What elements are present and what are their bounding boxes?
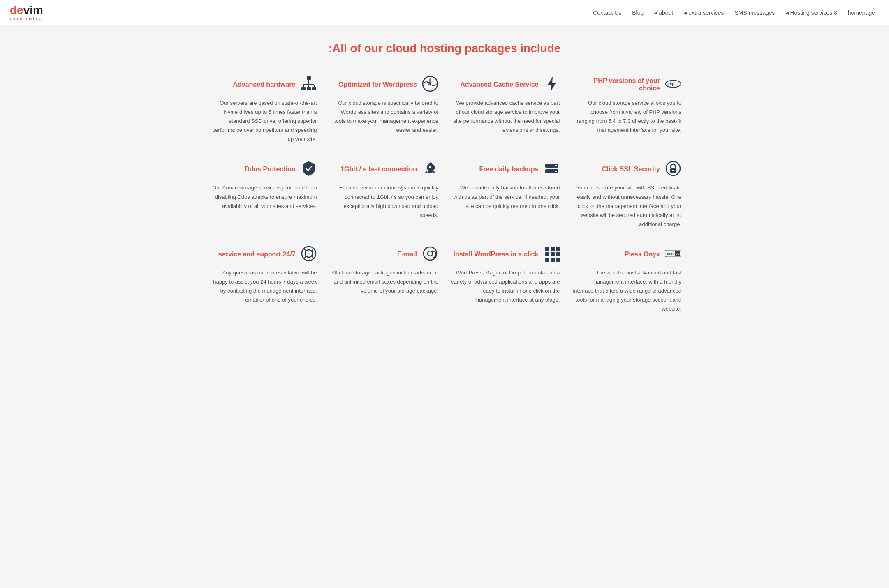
- feature-card: Advanced Cache Service We provide advanc…: [451, 76, 560, 144]
- svg-line-28: [303, 256, 306, 259]
- bolt-icon: [544, 76, 560, 94]
- svg-text:W: W: [427, 81, 432, 86]
- svg-rect-1: [301, 87, 306, 90]
- feature-card: Click SSL Security You can secure your s…: [572, 160, 682, 228]
- feature-title: Install WordPress in a click: [454, 251, 539, 258]
- wordpress-icon: W: [422, 76, 438, 94]
- svg-rect-36: [551, 252, 555, 256]
- feature-title: Free daily backups: [479, 166, 538, 173]
- svg-point-31: [428, 251, 433, 256]
- feature-header: E-mail: [397, 245, 438, 263]
- nav-link[interactable]: Blog: [628, 7, 648, 18]
- php-icon: php: [665, 76, 681, 94]
- feature-title: 1Gbit / s fast connection: [340, 166, 417, 173]
- feature-header: Click SSL Security: [602, 160, 681, 178]
- logo[interactable]: devim cloud hosting: [10, 5, 43, 21]
- page-title: :All of our cloud hosting packages inclu…: [208, 42, 681, 55]
- feature-desc: We provide advanced cache service as par…: [451, 99, 560, 135]
- feature-card: PHP versions of your choice php Our clou…: [572, 76, 682, 144]
- logo-subtitle: cloud hosting: [10, 16, 43, 21]
- feature-card: Free daily backups We provide daily back…: [451, 160, 560, 228]
- nav-link[interactable]: SMS messages: [731, 7, 779, 18]
- logo-text: devim: [10, 5, 43, 16]
- svg-text:plesk: plesk: [666, 252, 674, 256]
- feature-header: PHP versions of your choice php: [572, 76, 682, 94]
- svg-marker-12: [548, 77, 556, 91]
- feature-title: Plesk Onyx: [625, 251, 660, 258]
- feature-card: 1Gbit / s fast connection Each server in…: [329, 160, 439, 228]
- shield-icon: [301, 160, 317, 178]
- feature-header: Ddos Protection: [245, 160, 317, 178]
- feature-header: 1Gbit / s fast connection: [340, 160, 438, 178]
- svg-line-26: [303, 248, 306, 251]
- svg-point-19: [555, 165, 557, 166]
- plesk-icon: plesk ONYX: [665, 245, 681, 263]
- navbar: devim cloud hosting Contact UsBlog◂ abou…: [0, 0, 889, 25]
- svg-point-20: [555, 171, 557, 172]
- nav-link[interactable]: ◂ about: [650, 7, 677, 18]
- feature-header: Plesk Onyx plesk ONYX: [625, 245, 681, 263]
- nav-link[interactable]: homepage: [844, 7, 879, 18]
- svg-rect-15: [428, 168, 433, 173]
- feature-title: Click SSL Security: [602, 166, 660, 173]
- svg-point-25: [305, 250, 313, 257]
- nav-link[interactable]: Contact Us: [589, 7, 625, 18]
- svg-rect-40: [556, 258, 560, 262]
- feature-title: Advanced Cache Service: [460, 81, 538, 88]
- svg-rect-34: [556, 247, 560, 251]
- feature-card: service and support 24/7 Any questions o…: [208, 245, 317, 314]
- feature-header: Advanced Cache Service: [460, 76, 560, 94]
- feature-card: Optimized for Wordpress W Our cloud stor…: [329, 76, 439, 144]
- svg-line-29: [312, 256, 314, 259]
- network-icon: [301, 76, 317, 94]
- svg-rect-0: [307, 76, 311, 80]
- feature-title: Advanced hardware: [233, 81, 295, 88]
- feature-desc: All cloud storage packages include advan…: [329, 268, 439, 295]
- nav-links: Contact UsBlog◂ about◂ extra servicesSMS…: [589, 7, 879, 18]
- feature-desc: Each server in our cloud system is quick…: [329, 183, 439, 219]
- feature-desc: You can secure your site with SSL certif…: [572, 183, 682, 228]
- server-icon: [544, 160, 560, 178]
- feature-title: PHP versions of your choice: [572, 77, 660, 92]
- svg-point-16: [429, 166, 431, 168]
- nav-link[interactable]: ◂ Hosting services 8: [782, 7, 841, 18]
- svg-rect-32: [545, 247, 549, 251]
- feature-desc: We provide daily backup to all sites sto…: [451, 183, 560, 210]
- grid-icon: [544, 245, 560, 263]
- feature-desc: Any questions our representative will be…: [208, 268, 317, 304]
- svg-line-27: [312, 248, 314, 251]
- feature-card: Install WordPress in a click WordPress, …: [451, 245, 560, 314]
- svg-text:php: php: [667, 81, 674, 86]
- lock-icon: [665, 160, 681, 178]
- svg-text:ONYX: ONYX: [676, 252, 681, 255]
- svg-rect-35: [545, 252, 549, 256]
- feature-card: Plesk Onyx plesk ONYX The world's most a…: [572, 245, 682, 314]
- feature-desc: The world's most advanced and fast manag…: [572, 268, 682, 314]
- nav-link[interactable]: ◂ extra services: [680, 7, 728, 18]
- feature-header: Optimized for Wordpress W: [338, 76, 438, 94]
- svg-point-30: [424, 247, 437, 260]
- svg-rect-38: [545, 258, 549, 262]
- svg-point-23: [672, 170, 674, 171]
- svg-rect-39: [551, 258, 555, 262]
- svg-rect-37: [556, 252, 560, 256]
- feature-title: Optimized for Wordpress: [338, 81, 417, 88]
- feature-card: E-mail All cloud storage packages includ…: [329, 245, 439, 314]
- feature-desc: Our Annan storage service is protected f…: [208, 183, 317, 210]
- feature-card: Advanced hardware Our servers are based …: [208, 76, 317, 144]
- lifesaver-icon: [301, 245, 317, 263]
- feature-header: Advanced hardware: [233, 76, 317, 94]
- svg-rect-2: [307, 87, 311, 90]
- feature-title: service and support 24/7: [218, 251, 296, 258]
- features-grid: Advanced hardware Our servers are based …: [208, 76, 681, 314]
- feature-title: Ddos Protection: [245, 166, 296, 173]
- feature-header: Free daily backups: [479, 160, 560, 178]
- feature-desc: Our cloud storage service allows you to …: [572, 99, 682, 135]
- at-icon: [422, 245, 438, 263]
- feature-card: Ddos Protection Our Annan storage servic…: [208, 160, 317, 228]
- feature-header: service and support 24/7: [218, 245, 317, 263]
- feature-desc: Our cloud storage is specifically tailor…: [329, 99, 439, 135]
- feature-desc: WordPress, Magento, Drupal, Joomla and a…: [451, 268, 560, 304]
- feature-desc: Our servers are based on state-of-the-ar…: [208, 99, 317, 144]
- svg-rect-33: [551, 247, 555, 251]
